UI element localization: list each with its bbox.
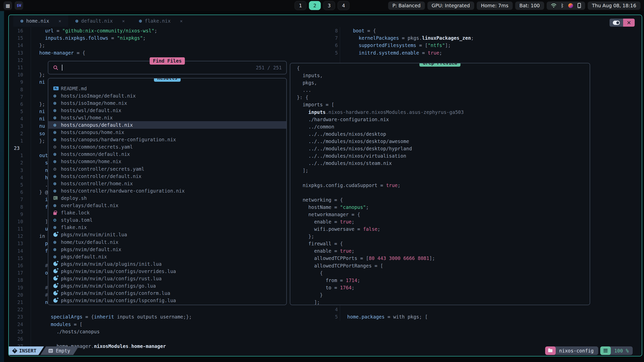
- result-item[interactable]: pkgs/nvim/nvim/init.lua: [48, 231, 286, 238]
- phone-icon: [578, 3, 581, 8]
- workspace-button-4[interactable]: 4: [338, 1, 349, 10]
- search-icon: [53, 65, 59, 71]
- result-item[interactable]: pkgs/nvim/nvim/lua/configs/overrides.lua: [48, 267, 286, 275]
- result-item[interactable]: >_deploy.sh: [48, 194, 286, 202]
- preview-line: ./hardware-configuration.nix: [297, 116, 590, 123]
- code-line: 25 ./hosts/canopus: [9, 328, 289, 335]
- workspace-button-3[interactable]: 3: [323, 1, 335, 10]
- workspace-switcher: 1234: [295, 0, 349, 11]
- result-item[interactable]: ❆hosts/canopus/home.nix: [48, 129, 286, 136]
- result-item[interactable]: ❆hosts/controller/default.nix: [48, 172, 286, 180]
- line-number: 14: [9, 42, 23, 49]
- result-item[interactable]: ❆pkgs/nvim/default.nix: [48, 246, 286, 253]
- code-line: 6 supportedFilesystems = ["ntfs"];: [323, 42, 641, 49]
- result-item[interactable]: ❆hosts/common/home.nix: [48, 158, 286, 165]
- tab-home.nix[interactable]: ❆home.nix×: [13, 15, 68, 27]
- line-number: 14: [9, 247, 23, 255]
- line-number: 19: [9, 284, 23, 291]
- result-item[interactable]: ❆hosts/wsl/home.nix: [48, 114, 286, 121]
- workspace-button-2[interactable]: 2: [309, 1, 321, 10]
- result-item[interactable]: ❆flake.nix: [48, 224, 286, 231]
- match-counter: 251 / 251: [256, 65, 282, 70]
- tab-close-icon[interactable]: ×: [180, 18, 183, 24]
- preview-line: pkgs,: [297, 79, 590, 86]
- result-item[interactable]: M↓README.md: [48, 85, 286, 92]
- line-number: 16: [9, 262, 23, 269]
- result-filename: pkgs/nvim/nvim/lua/configs/conform.lua: [61, 290, 170, 296]
- result-item[interactable]: ❆pkgs/default.nix: [48, 253, 286, 260]
- line-content: [340, 306, 347, 313]
- result-filename: hosts/isoImage/default.nix: [61, 93, 136, 99]
- result-item[interactable]: pkgs/nvim/nvim/lua/configs/conform.lua: [48, 290, 286, 297]
- result-item[interactable]: flake.lock: [48, 209, 286, 216]
- line-number: 6: [323, 42, 338, 49]
- line-content: [31, 335, 39, 343]
- line-number: 24: [9, 321, 23, 328]
- md-file-icon: M↓: [53, 86, 61, 90]
- line-number: 13: [9, 240, 23, 247]
- line-number: 1: [9, 137, 23, 145]
- lua-file-icon: [53, 269, 61, 273]
- preview-line: from = 1714;: [297, 277, 590, 284]
- gear-file-icon: ⚙: [53, 166, 61, 172]
- result-item[interactable]: ❆hosts/isoImage/default.nix: [48, 92, 286, 99]
- result-item[interactable]: ❆hosts/common/default.nix: [48, 151, 286, 158]
- app-launcher-button[interactable]: ▦: [4, 1, 12, 10]
- result-item[interactable]: pkgs/nvim/nvim/lua/configs/lspconfig.lua: [48, 297, 286, 304]
- result-item[interactable]: ⚙hosts/common/secrets.yaml: [48, 143, 286, 151]
- line-number: 9: [9, 78, 23, 86]
- result-item[interactable]: ❆overlays/default.nix: [48, 202, 286, 209]
- tab-default.nix[interactable]: ❆default.nix×: [68, 15, 132, 27]
- result-item[interactable]: ❆hosts/controller/home.nix: [48, 180, 286, 187]
- nix-file-icon: ❆: [53, 158, 61, 164]
- result-item[interactable]: pkgs/nvim/nvim/lua/plugins/init.lua: [48, 260, 286, 267]
- tab-close-icon[interactable]: ×: [59, 18, 61, 24]
- tab-close-icon[interactable]: ×: [122, 18, 125, 24]
- line-number: 8: [9, 203, 23, 211]
- line-number: 3: [9, 122, 23, 130]
- line-content: supportedFilesystems = ["ntfs"];: [340, 42, 451, 49]
- result-item[interactable]: ⚙hosts/controller/secrets.yaml: [48, 165, 286, 172]
- line-content: boot = {: [340, 27, 376, 34]
- preview-line: to = 1764;: [297, 284, 590, 291]
- workspace-button-1[interactable]: 1: [295, 1, 306, 10]
- result-filename: pkgs/nvim/nvim/lua/configs/rust.lua: [61, 276, 162, 281]
- line-content: so: [31, 130, 45, 137]
- result-item[interactable]: ⚙stylua.toml: [48, 216, 286, 224]
- theme-toggle-button[interactable]: [610, 19, 623, 27]
- preview-line: networking = {: [297, 196, 590, 204]
- line-content: };: [31, 42, 45, 49]
- lua-file-icon: [53, 291, 61, 295]
- find-files-title: Find Files: [150, 57, 185, 65]
- result-item[interactable]: ❆hosts/wsl/default.nix: [48, 107, 286, 114]
- wifi-icon: [551, 3, 556, 8]
- nix-file-icon: ❆: [53, 151, 61, 157]
- result-filename: hosts/controller/secrets.yaml: [61, 166, 144, 172]
- preview-line: ../common: [297, 123, 590, 130]
- line-number: 11: [9, 64, 23, 71]
- folder-badge: [545, 346, 556, 355]
- window-close-button[interactable]: ×: [623, 19, 635, 27]
- code-line: 5home.packages = with pkgs; [: [323, 313, 641, 321]
- result-item[interactable]: ❆hosts/controller/hardware-configuration…: [48, 187, 286, 194]
- line-number: 10: [9, 71, 23, 78]
- nix-snowflake-icon: ❆: [139, 18, 142, 24]
- tab-flake.nix[interactable]: ❆flake.nix×: [132, 15, 190, 27]
- preview-line: }: [297, 291, 590, 299]
- result-item[interactable]: ❆home/tux/default.nix: [48, 238, 286, 246]
- code-line: 24 modules = [: [9, 321, 289, 328]
- code-line: 14};: [9, 42, 289, 49]
- status-module-2: Home: 7ms: [477, 2, 513, 10]
- preview-line: inputs,: [297, 72, 590, 79]
- result-item[interactable]: pkgs/nvim/nvim/lua/configs/go.lua: [48, 282, 286, 290]
- line-content: kernelPackages = pkgs.linuxPackages_zen;: [340, 34, 474, 42]
- result-item[interactable]: ❆hosts/canopus/hardware-configuration.ni…: [48, 136, 286, 143]
- line-number: 8: [9, 86, 23, 93]
- result-item[interactable]: pkgs/nvim/nvim/lua/configs/rust.lua: [48, 275, 286, 282]
- line-number: 12: [9, 57, 23, 64]
- result-item[interactable]: ❆hosts/canopus/default.nix: [48, 121, 286, 128]
- result-item[interactable]: ❆hosts/isoImage/home.nix: [48, 99, 286, 107]
- apps-grid-icon: ▦: [6, 3, 10, 8]
- nix-file-icon: ❆: [53, 180, 61, 187]
- line-content: ni: [31, 78, 45, 86]
